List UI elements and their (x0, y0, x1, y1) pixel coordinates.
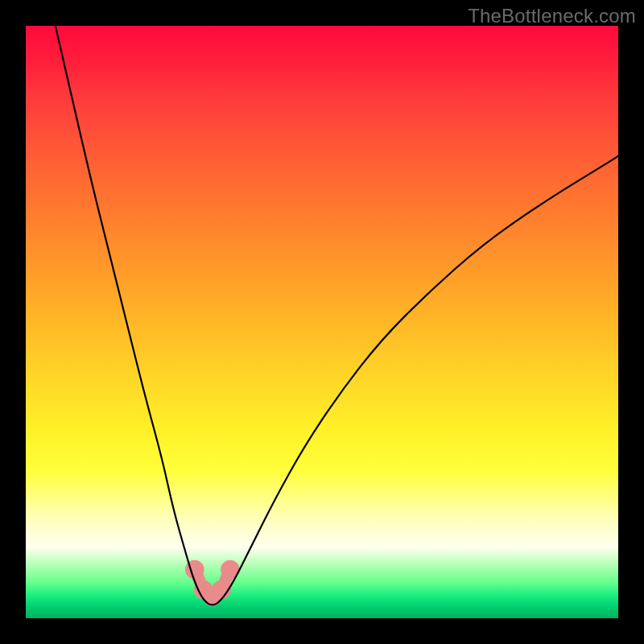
chart-frame: TheBottleneck.com (0, 0, 644, 644)
bottleneck-curve (56, 26, 618, 605)
watermark-text: TheBottleneck.com (468, 5, 636, 27)
curve-layer (26, 26, 618, 618)
plot-area (26, 26, 618, 618)
